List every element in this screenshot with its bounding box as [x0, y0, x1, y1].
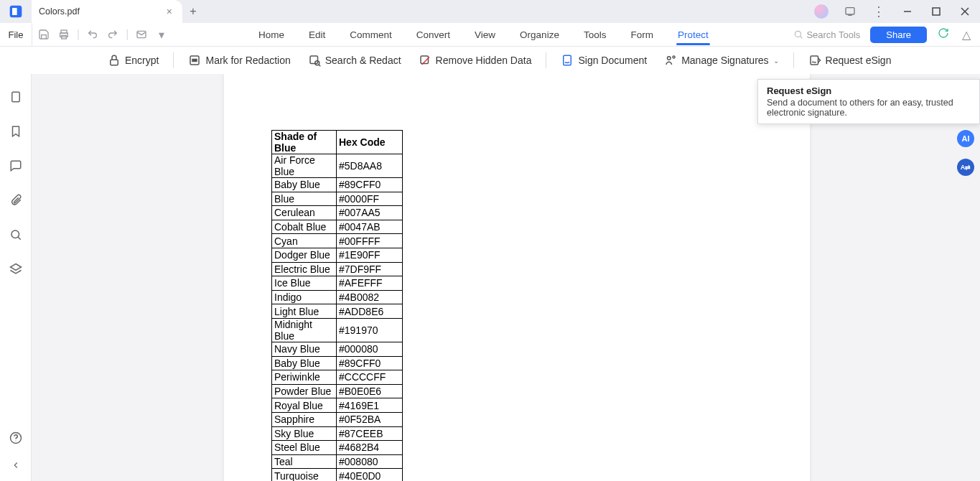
cell-hex: #191970 [337, 318, 403, 342]
table-row: Cerulean#007AA5 [272, 206, 403, 220]
table-row: Ice Blue#AFEFFF [272, 276, 403, 291]
translate-icon[interactable]: A⇄ [957, 159, 974, 176]
collapse-ribbon-icon[interactable]: △ [960, 28, 973, 42]
cell-hex: #B0E0E6 [337, 384, 403, 398]
svg-point-11 [795, 31, 801, 37]
request-esign-button[interactable]: Request eSign [801, 51, 899, 70]
tab-organize[interactable]: Organize [518, 25, 561, 45]
mark-for-redaction-button[interactable]: Mark for Redaction [181, 51, 297, 70]
remove-hidden-icon [419, 54, 431, 67]
cell-shade: Powder Blue [272, 384, 337, 398]
tab-home[interactable]: Home [257, 25, 286, 45]
save-icon[interactable] [37, 29, 51, 40]
avatar-icon[interactable] [811, 1, 832, 22]
thumbnails-icon[interactable] [9, 90, 23, 104]
search-panel-icon[interactable] [9, 228, 23, 242]
collapse-panel-icon[interactable] [9, 458, 23, 472]
table-row: Steel Blue#4682B4 [272, 441, 403, 455]
sign-doc-icon [561, 54, 574, 67]
table-header-row: Shade of Blue Hex Code [272, 131, 403, 154]
table-row: Sky Blue#87CEEB [272, 426, 403, 441]
cell-hex: #00FFFF [337, 234, 403, 248]
notes-icon[interactable] [839, 1, 861, 22]
attachments-icon[interactable] [9, 193, 23, 207]
cell-shade: Cyan [272, 234, 337, 248]
maximize-button[interactable] [925, 1, 947, 22]
table-row: Blue#0000FF [272, 192, 403, 206]
svg-rect-24 [811, 56, 818, 65]
tooltip-body: Send a document to others for an easy, t… [767, 98, 971, 118]
cell-shade: Steel Blue [272, 441, 337, 455]
left-side-panel [0, 74, 32, 481]
table-row: Cyan#00FFFF [272, 234, 403, 248]
minimize-button[interactable] [897, 1, 918, 22]
comments-icon[interactable] [9, 159, 23, 173]
lock-icon [108, 54, 121, 67]
more-icon[interactable]: ⋮ [868, 1, 890, 22]
tab-tools[interactable]: Tools [582, 25, 608, 45]
sync-icon[interactable] [937, 27, 950, 42]
tab-edit[interactable]: Edit [307, 25, 327, 45]
bookmarks-icon[interactable] [9, 124, 23, 139]
sign-document-button[interactable]: Sign Document [554, 51, 654, 70]
tab-comment[interactable]: Comment [348, 25, 393, 45]
cell-shade: Air Force Blue [272, 154, 337, 178]
svg-point-22 [668, 57, 671, 60]
share-button[interactable]: Share [870, 27, 927, 43]
svg-point-23 [673, 56, 675, 58]
cell-hex: #4169E1 [337, 398, 403, 413]
manage-signatures-button[interactable]: Manage Signatures ⌄ [657, 51, 785, 70]
file-menu[interactable]: File [0, 29, 32, 40]
document-area[interactable]: Shade of Blue Hex Code Air Force Blue#5D… [32, 74, 980, 481]
svg-rect-15 [192, 60, 197, 62]
cell-shade: Sapphire [272, 412, 337, 426]
tab-form[interactable]: Form [629, 25, 655, 45]
close-tab-icon[interactable]: × [164, 6, 175, 17]
cell-hex: #4682B4 [337, 441, 403, 455]
encrypt-button[interactable]: Encrypt [101, 51, 166, 70]
cell-shade: Light Blue [272, 304, 337, 319]
mail-icon[interactable] [134, 29, 149, 40]
svg-line-18 [319, 65, 320, 66]
customize-quick-access-icon[interactable]: ▾ [154, 28, 169, 42]
layers-icon[interactable] [9, 262, 23, 276]
document-tab[interactable]: Colors.pdf × [32, 0, 182, 23]
cell-shade: Navy Blue [272, 342, 337, 356]
table-row: Baby Blue#89CFF0 [272, 356, 403, 370]
tab-protect[interactable]: Protect [676, 25, 710, 45]
colors-table: Shade of Blue Hex Code Air Force Blue#5D… [271, 130, 403, 481]
undo-icon[interactable] [85, 29, 100, 40]
table-row: Baby Blue#89CFF0 [272, 178, 403, 192]
svg-rect-13 [111, 60, 118, 65]
table-row: Cobalt Blue#0047AB [272, 220, 403, 234]
tab-convert[interactable]: Convert [415, 25, 452, 45]
search-and-redact-button[interactable]: Search & Redact [301, 51, 409, 70]
window-controls: ⋮ [811, 0, 980, 23]
cell-hex: #008080 [337, 454, 403, 469]
help-icon[interactable] [9, 431, 23, 445]
tab-view[interactable]: View [473, 25, 497, 45]
cell-shade: Dodger Blue [272, 248, 337, 262]
close-window-button[interactable] [954, 1, 976, 22]
print-icon[interactable] [57, 29, 71, 40]
ai-assistant-icon[interactable]: AI [957, 130, 974, 147]
menu-bar: File | | ▾ HomeEditCommentConvertViewOrg… [0, 23, 980, 47]
redo-icon[interactable] [106, 29, 120, 40]
table-row: Powder Blue#B0E0E6 [272, 384, 403, 398]
main-area: Shade of Blue Hex Code Air Force Blue#5D… [0, 74, 980, 481]
search-tools[interactable]: Search Tools [793, 29, 860, 40]
cell-hex: #89CFF0 [337, 356, 403, 370]
remove-hidden-data-button[interactable]: Remove Hidden Data [411, 51, 539, 70]
cell-hex: #0000FF [337, 192, 403, 206]
cell-shade: Sky Blue [272, 426, 337, 441]
svg-rect-16 [310, 56, 318, 64]
svg-line-27 [18, 237, 21, 240]
new-tab-button[interactable]: + [182, 0, 204, 23]
table-row: Navy Blue#000080 [272, 342, 403, 356]
table-row: Indigo#4B0082 [272, 290, 403, 304]
svg-rect-4 [933, 8, 940, 15]
cell-shade: Electric Blue [272, 262, 337, 276]
right-floating-icons: AI A⇄ [957, 130, 974, 176]
svg-rect-1 [12, 8, 17, 15]
svg-line-12 [801, 36, 803, 38]
